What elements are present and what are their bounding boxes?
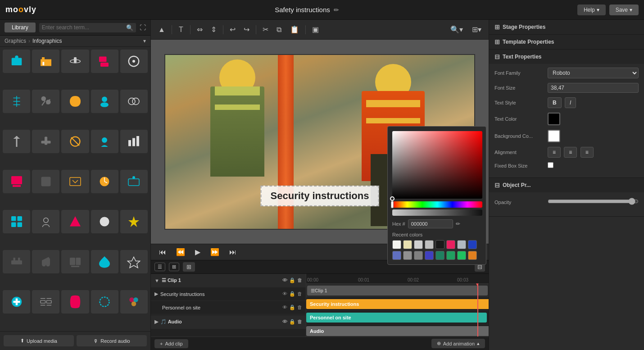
graphic-item[interactable] — [91, 250, 118, 273]
recent-color-swatch[interactable] — [392, 251, 401, 260]
graphic-item[interactable] — [3, 170, 30, 193]
graphic-item[interactable] — [3, 130, 30, 153]
text-tool[interactable]: T — [175, 23, 187, 36]
color-hue-bar[interactable] — [392, 201, 482, 208]
expand-panel-icon[interactable]: ⛶ — [140, 24, 146, 31]
timeline-snap-button[interactable]: ⊞ — [183, 262, 195, 272]
graphic-item[interactable] — [91, 170, 118, 193]
breadcrumb-dropdown-icon[interactable]: ▾ — [143, 38, 146, 44]
delete-icon[interactable]: 🗑 — [297, 291, 302, 297]
template-properties-header[interactable]: ⊞ Template Properties — [489, 35, 644, 49]
graphic-item[interactable] — [32, 50, 59, 73]
graphic-item[interactable] — [32, 170, 59, 193]
graphic-item[interactable] — [61, 250, 89, 273]
recent-color-swatch[interactable] — [457, 240, 466, 249]
visibility-icon[interactable]: 👁 — [282, 319, 287, 325]
recent-color-swatch[interactable] — [435, 251, 444, 260]
graphic-item[interactable] — [61, 90, 89, 113]
track-expand-icon[interactable]: ▶ — [154, 291, 158, 297]
clip-expand-icon[interactable]: ▼ — [154, 278, 159, 283]
graphic-item[interactable] — [61, 50, 89, 73]
delete-icon[interactable]: 🗑 — [297, 319, 302, 325]
graphic-item[interactable] — [61, 130, 89, 153]
recent-color-swatch[interactable] — [414, 251, 423, 260]
visibility-icon[interactable]: 👁 — [282, 305, 287, 310]
timeline-tracks-area[interactable]: 00:00 00:01 00:02 00:03 00:04 00:05 00:0… — [306, 274, 489, 336]
graphic-item[interactable] — [3, 210, 30, 233]
record-audio-button[interactable]: 🎙 Record audio — [77, 335, 147, 346]
breadcrumb-child[interactable]: Infographics — [32, 38, 62, 44]
graphic-item[interactable] — [32, 250, 59, 273]
graphic-item[interactable] — [3, 290, 30, 314]
play-pause-button[interactable]: ▶ — [192, 247, 203, 257]
group-button[interactable]: ▣ — [308, 23, 322, 36]
visibility-icon[interactable]: 👁 — [282, 277, 287, 283]
timeline-grid-view[interactable]: ⊞ — [169, 263, 179, 271]
text-color-swatch[interactable] — [548, 113, 560, 125]
redo-button[interactable]: ↪ — [240, 23, 253, 36]
recent-color-swatch[interactable] — [414, 240, 423, 249]
recent-color-swatch[interactable] — [425, 251, 434, 260]
graphic-item[interactable] — [120, 210, 148, 233]
color-dark-bar[interactable] — [392, 209, 482, 216]
hex-input[interactable] — [408, 219, 453, 228]
stage-properties-header[interactable]: ⊞ Stage Properties — [489, 20, 644, 34]
skip-to-end-button[interactable]: ⏭ — [227, 247, 239, 257]
graphic-item[interactable] — [91, 90, 118, 113]
font-size-input[interactable] — [548, 83, 639, 93]
upload-media-button[interactable]: ⬆ Upload media — [4, 335, 74, 346]
library-tab-button[interactable]: Library — [5, 23, 36, 32]
recent-color-swatch[interactable] — [403, 251, 412, 260]
lock-icon[interactable]: 🔒 — [289, 291, 295, 297]
graphic-item[interactable] — [32, 290, 59, 314]
graphic-item[interactable] — [120, 90, 148, 113]
graphic-item[interactable] — [91, 290, 118, 314]
graphic-item[interactable] — [3, 50, 30, 73]
graphic-item[interactable] — [91, 50, 118, 73]
recent-color-swatch[interactable] — [435, 240, 444, 249]
hex-edit-icon[interactable]: ✏ — [456, 221, 460, 227]
add-animation-button[interactable]: ⊕ Add animation ▴ — [431, 339, 485, 348]
delete-icon[interactable]: 🗑 — [297, 277, 302, 283]
graphic-item[interactable] — [120, 50, 148, 73]
edit-title-icon[interactable]: ✏ — [334, 6, 339, 14]
recent-color-swatch[interactable] — [392, 240, 401, 249]
help-button[interactable]: Help ▾ — [577, 5, 606, 15]
search-input[interactable] — [42, 24, 124, 31]
graphic-item[interactable] — [120, 290, 148, 314]
color-gradient-canvas[interactable] — [392, 131, 482, 199]
graphic-item[interactable] — [91, 130, 118, 153]
undo-button[interactable]: ↩ — [226, 23, 239, 36]
align-center-button[interactable]: ≡ — [564, 147, 577, 158]
recent-color-swatch[interactable] — [446, 240, 455, 249]
timeline-list-view[interactable]: ☰ — [154, 263, 165, 271]
align-horizontal-tool[interactable]: ⇔ — [193, 23, 206, 36]
personnel-track-block[interactable]: Personnel on site — [306, 313, 487, 323]
graphic-item[interactable] — [32, 130, 59, 153]
bold-button[interactable]: B — [548, 97, 562, 108]
recent-color-swatch[interactable] — [468, 240, 477, 249]
text-properties-header[interactable]: ⊟ Text Properties — [489, 50, 644, 64]
recent-color-swatch[interactable] — [468, 251, 477, 260]
italic-button[interactable]: I — [565, 97, 576, 108]
canvas-text-overlay[interactable]: Security instructions — [261, 186, 379, 206]
color-hue-picker[interactable] — [391, 201, 394, 208]
search-canvas-button[interactable]: 🔍▾ — [447, 23, 467, 36]
graphic-item[interactable] — [120, 170, 148, 193]
bg-color-swatch[interactable] — [548, 130, 560, 142]
graphic-item[interactable] — [32, 90, 59, 113]
save-button[interactable]: Save ▾ — [609, 5, 639, 15]
recent-color-swatch[interactable] — [403, 240, 412, 249]
search-icon[interactable]: 🔍 — [126, 24, 133, 31]
align-right-button[interactable]: ≡ — [581, 147, 594, 158]
graphic-item[interactable] — [120, 130, 148, 153]
graphic-item[interactable] — [91, 210, 118, 233]
object-properties-header[interactable]: ⊟ Object Pr... — [489, 178, 644, 192]
recent-color-swatch[interactable] — [425, 240, 434, 249]
visibility-icon[interactable]: 👁 — [282, 291, 287, 297]
opacity-slider[interactable] — [548, 196, 639, 207]
font-family-select[interactable]: Roboto — [548, 68, 639, 78]
playhead[interactable] — [477, 284, 478, 336]
align-left-button[interactable]: ≡ — [548, 147, 561, 158]
add-clip-button[interactable]: + Add clip — [154, 339, 188, 348]
